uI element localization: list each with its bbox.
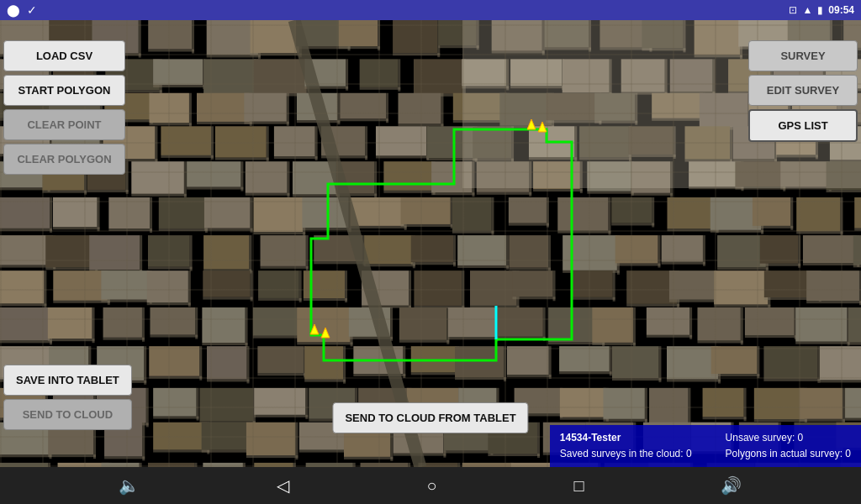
polygons-count: Polygons in actual survey: 0 [726, 446, 851, 462]
back-icon[interactable]: ◁ [277, 475, 289, 496]
send-to-cloud-from-tablet-button[interactable]: SEND TO CLOUD FROM TABLET [332, 402, 528, 433]
wifi-icon: ▲ [802, 4, 812, 16]
save-into-tablet-button[interactable]: SAVE INTO TABLET [3, 365, 132, 396]
map-container[interactable]: LOAD CSV START POLYGON CLEAR POINT CLEAR… [0, 20, 861, 467]
status-right-icons: ⊡ ▲ ▮ 09:54 [789, 4, 854, 16]
load-csv-button[interactable]: LOAD CSV [3, 40, 125, 71]
info-left: 14534-Tester Saved surveys in the cloud:… [560, 430, 692, 462]
clear-point-button[interactable]: CLEAR POINT [3, 109, 125, 140]
tester-name: 14534-Tester [560, 430, 692, 446]
bottom-center-area: SEND TO CLOUD FROM TABLET [332, 402, 528, 433]
info-right: Unsave survey: 0 Polygons in actual surv… [726, 430, 851, 462]
start-polygon-button[interactable]: START POLYGON [3, 75, 125, 106]
cast-icon: ⊡ [789, 4, 797, 16]
edit-survey-button[interactable]: EDIT SURVEY [748, 75, 858, 106]
volume-down-icon[interactable]: 🔈 [119, 475, 140, 496]
clock: 09:54 [828, 4, 854, 16]
check-icon: ✓ [27, 3, 37, 17]
recents-icon[interactable]: □ [573, 476, 584, 496]
status-left-icons: ⬤ ✓ [7, 3, 37, 17]
right-panel: SURVEY EDIT SURVEY GPS LIST [745, 37, 861, 145]
info-bar: 14534-Tester Saved surveys in the cloud:… [550, 425, 861, 467]
save-button-row: SAVE INTO TABLET SEND TO CLOUD [0, 361, 135, 433]
battery-icon: ▮ [817, 4, 823, 16]
saved-surveys-count: Saved surveys in the cloud: 0 [560, 446, 692, 462]
notification-icon: ⬤ [7, 3, 20, 17]
unsave-survey: Unsave survey: 0 [726, 430, 851, 446]
status-bar: ⬤ ✓ ⊡ ▲ ▮ 09:54 [0, 0, 861, 20]
navigation-bar: 🔈 ◁ ○ □ 🔊 [0, 467, 861, 504]
survey-button[interactable]: SURVEY [748, 40, 858, 71]
gps-list-button[interactable]: GPS LIST [748, 109, 858, 142]
send-to-cloud-button[interactable]: SEND TO CLOUD [3, 399, 132, 430]
volume-up-icon[interactable]: 🔊 [721, 475, 742, 496]
clear-polygon-button[interactable]: CLEAR POLYGON [3, 144, 125, 175]
home-icon[interactable]: ○ [426, 476, 436, 496]
left-panel: LOAD CSV START POLYGON CLEAR POINT CLEAR… [0, 37, 129, 178]
